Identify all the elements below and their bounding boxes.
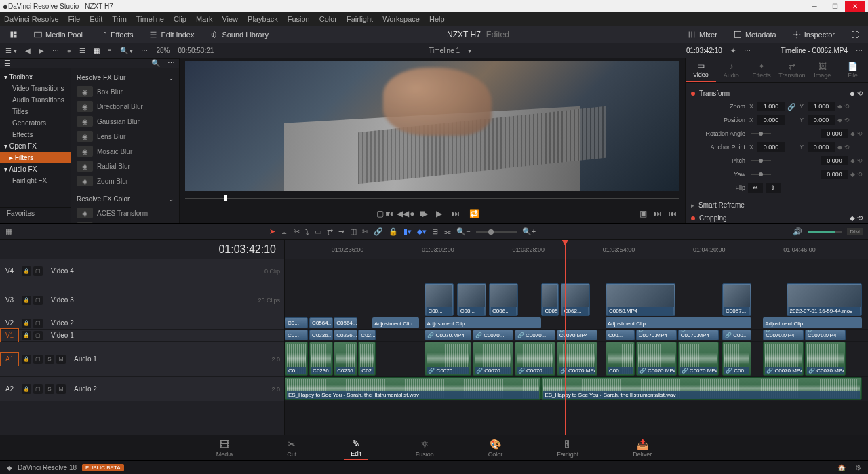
page-fusion[interactable]: ⚛Fusion: [409, 437, 441, 460]
overwrite-icon[interactable]: ▭: [315, 227, 321, 236]
menu-file[interactable]: File: [68, 15, 81, 23]
menu-icon[interactable]: ⋯: [52, 47, 59, 54]
anchor-y-field[interactable]: 0.000: [808, 142, 835, 152]
generators[interactable]: Generators: [0, 117, 71, 129]
menu-mark[interactable]: Mark: [196, 15, 212, 23]
timeline-clip[interactable]: Adjustment Clip: [425, 317, 541, 328]
strip-view-icon[interactable]: ≡: [108, 47, 112, 54]
viewer-timecode[interactable]: 01:03:42:10: [686, 47, 722, 54]
timeline-clip[interactable]: Adjustment Clip: [606, 317, 751, 328]
timeline-clip[interactable]: 🔗 C0070.MP4: [557, 342, 597, 376]
timeline-clip[interactable]: 🔗 C00...: [722, 330, 751, 340]
list-view-icon[interactable]: ☰: [79, 47, 85, 54]
menu-davinci-resolve[interactable]: DaVinci Resolve: [4, 15, 59, 23]
timeline-clip[interactable]: 🔗 C0070.MP4: [636, 342, 677, 376]
timeline-clip[interactable]: 2022-07-01 16-59-44.mov: [787, 283, 863, 316]
menu-view[interactable]: View: [222, 15, 238, 23]
inspector-tab-file[interactable]: 📄File: [837, 58, 868, 82]
cropping-header[interactable]: Cropping: [699, 214, 727, 222]
insert-icon[interactable]: ⤵: [305, 228, 309, 236]
timeline-clip[interactable]: Adjustment Clip: [372, 317, 419, 328]
timeline-clip[interactable]: C0564...: [334, 317, 357, 328]
dim-button[interactable]: DIM: [847, 228, 863, 235]
timeline-clip[interactable]: C0236...: [334, 330, 357, 340]
rotation-field[interactable]: 0.000: [821, 129, 848, 138]
timeline-clip[interactable]: 🔗 C0070.MP4: [557, 330, 597, 340]
volume-icon[interactable]: 🔊: [793, 227, 802, 236]
search-icon[interactable]: 🔍 ▾: [120, 47, 134, 54]
sort-icon[interactable]: ☰ ▾: [5, 47, 17, 54]
smart-reframe-header[interactable]: Smart Reframe: [698, 201, 745, 209]
menu-color[interactable]: Color: [319, 15, 337, 23]
openfx-header[interactable]: ▾ Open FX: [0, 140, 71, 152]
trim-tool-icon[interactable]: ⫠: [281, 228, 288, 236]
inspector-tab-image[interactable]: 🖼Image: [807, 58, 837, 82]
maximize-button[interactable]: ☐: [825, 1, 845, 12]
timeline-clip[interactable]: 🔗 C0070.MP4: [805, 330, 846, 340]
anchor-x-field[interactable]: 0.000: [757, 142, 785, 152]
page-fairlight[interactable]: 🎚Fairlight: [550, 437, 585, 460]
zoom-x-field[interactable]: 1.000: [757, 102, 785, 111]
timeline-clip[interactable]: C02...: [358, 342, 376, 376]
timeline-clip[interactable]: C0...: [285, 342, 308, 376]
fx-item[interactable]: ◉Gaussian Blur: [75, 114, 175, 129]
timeline-clip[interactable]: 🔗 C00...: [722, 342, 751, 376]
blade-tool-icon[interactable]: ✂: [294, 227, 300, 236]
viewer-canvas[interactable]: [185, 61, 679, 191]
match-frame-icon[interactable]: ▣: [639, 209, 647, 218]
pitch-field[interactable]: 0.000: [821, 156, 848, 165]
timeline-clip[interactable]: C0236...: [309, 330, 332, 340]
flip-h-button[interactable]: ⇔: [748, 183, 763, 193]
minimize-button[interactable]: ─: [804, 1, 825, 12]
metadata-button[interactable]: Metadata: [730, 29, 781, 40]
auto-select-icon[interactable]: ▢: [33, 266, 43, 276]
inspector-tab-effects[interactable]: ✦Effects: [747, 58, 777, 82]
timeline-clip[interactable]: 🔗 C0070.MP4: [678, 330, 719, 340]
timeline-clip[interactable]: ES_Happy to See You - Sarah, the Illstru…: [541, 377, 862, 400]
menu-fairlight[interactable]: Fairlight: [347, 15, 373, 23]
linked-move-icon[interactable]: ⫘: [443, 228, 451, 236]
filter-icon[interactable]: ⋯: [141, 47, 148, 54]
razor-icon[interactable]: ✄: [362, 227, 368, 236]
edit-index-button[interactable]: Edit Index: [145, 29, 198, 40]
zoom-slider[interactable]: [476, 231, 517, 233]
play-icon[interactable]: ▶: [436, 209, 442, 218]
snap-icon[interactable]: ⊞: [432, 227, 438, 236]
pos-y-field[interactable]: 0.000: [808, 115, 835, 125]
zoom-percent[interactable]: 28%: [156, 47, 170, 54]
settings-icon[interactable]: ⚙: [855, 464, 861, 471]
volume-slider[interactable]: [808, 231, 842, 233]
fx-item[interactable]: ◉Mosaic Blur: [75, 144, 175, 159]
timeline-clip[interactable]: C005...: [541, 283, 559, 316]
timeline-clip[interactable]: 🔗 C0070...: [515, 342, 555, 376]
next-clip-icon[interactable]: ⏭: [654, 209, 662, 218]
timeline-clip[interactable]: C00...: [606, 342, 635, 376]
timeline-clip[interactable]: ES_Happy to See You - Sarah, the Illstru…: [285, 377, 541, 400]
effects-cat[interactable]: Effects: [0, 129, 71, 140]
menu-fusion[interactable]: Fusion: [288, 15, 310, 23]
timeline-clip[interactable]: 🔗 C0070...: [473, 342, 513, 376]
lock-icon[interactable]: 🔒: [389, 227, 398, 236]
menu-timeline[interactable]: Timeline: [136, 15, 164, 23]
prev-edit-icon[interactable]: ◀: [397, 209, 403, 218]
inspector-tab-transition[interactable]: ⇄Transition: [776, 58, 807, 82]
fx-item[interactable]: ◉Box Blur: [75, 84, 175, 99]
page-color[interactable]: 🎨Color: [481, 437, 510, 460]
fx-item[interactable]: ◉ACES Transform: [75, 205, 175, 220]
marker-menu-icon[interactable]: ▢ ▾: [376, 209, 390, 218]
marker-icon[interactable]: ◆▾: [417, 227, 427, 236]
fx-item[interactable]: ◉Directional Blur: [75, 99, 175, 114]
timeline-clip[interactable]: C02...: [358, 330, 376, 340]
timeline-timecode[interactable]: 01:03:42:10: [0, 240, 284, 259]
timeline-ruler[interactable]: 01:02:36:0001:03:02:0001:03:28:0001:03:5…: [285, 240, 868, 259]
page-cut[interactable]: ✂Cut: [280, 437, 303, 460]
timeline-clip[interactable]: 🔗 C0070...: [515, 330, 555, 340]
timeline-clip[interactable]: 🔗 C0070...: [425, 342, 471, 376]
flip-v-button[interactable]: ⇕: [766, 183, 781, 193]
ripple-icon[interactable]: ◫: [350, 227, 357, 236]
prev-clip-icon[interactable]: ⏮: [669, 209, 677, 218]
edit-dot-icon[interactable]: ●: [410, 209, 414, 218]
menu-workspace[interactable]: Workspace: [382, 15, 420, 23]
timeline-name[interactable]: Timeline 1: [429, 47, 460, 54]
page-media[interactable]: 🎞Media: [210, 437, 240, 460]
